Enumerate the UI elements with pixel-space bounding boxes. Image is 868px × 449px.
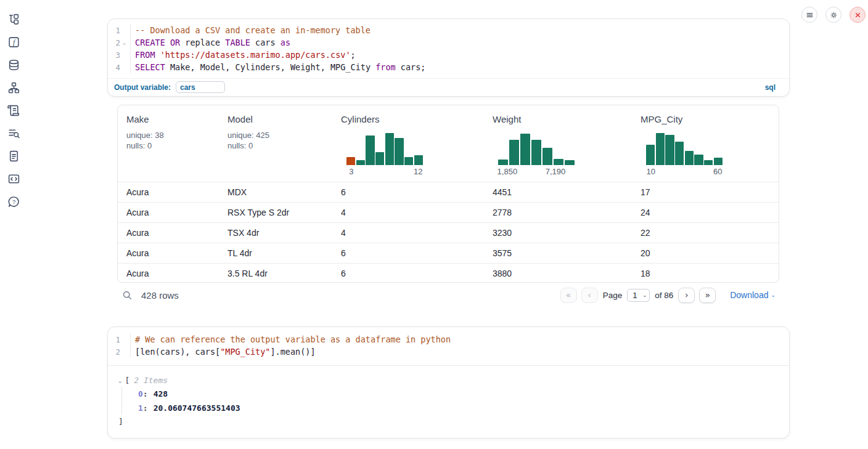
hist-bar[interactable] (646, 145, 655, 165)
code-line[interactable]: 1-- Download a CSV and create an in-memo… (108, 24, 789, 36)
column-title: Model (227, 114, 332, 124)
python-code-editor[interactable]: 1# We can reference the output variable … (108, 327, 789, 366)
code-token: SELECT (135, 62, 165, 72)
table-row[interactable]: AcuraTL 4dr6357520 (118, 243, 779, 263)
tree-children: 0:4281:20.060747663551403 (121, 387, 789, 415)
hist-bar[interactable] (385, 133, 394, 165)
sql-code-editor[interactable]: 1-- Download a CSV and create an in-memo… (108, 19, 789, 78)
file-tree-icon[interactable] (7, 13, 20, 26)
database-icon[interactable] (7, 59, 20, 71)
table-row[interactable]: Acura3.5 RL 4dr6388018 (118, 263, 779, 283)
column-header-cylinders[interactable]: Cylinders312 (332, 105, 484, 182)
column-header-weight[interactable]: Weight1,8507,190 (484, 105, 632, 182)
hist-bar[interactable] (542, 148, 552, 165)
tree-entry: 0:428 (138, 387, 789, 401)
table-cell: 20 (632, 248, 779, 258)
hist-bar[interactable] (665, 135, 674, 165)
hist-bar[interactable] (375, 152, 384, 165)
code-token: OR (170, 38, 180, 47)
dependency-graph-icon[interactable] (7, 81, 20, 94)
output-variable-input[interactable] (176, 81, 225, 93)
language-badge[interactable]: sql (765, 83, 776, 92)
column-title: Cylinders (341, 114, 484, 124)
code-token: CREATE (135, 38, 165, 47)
table-footer: 428 rows « ‹ Page 1 ⌄ of 86 › » Download… (117, 284, 779, 306)
tree-entry-colon: : (143, 389, 148, 398)
hist-bar[interactable] (346, 157, 355, 165)
line-number: 1 (108, 335, 120, 344)
settings-gear-icon[interactable] (825, 7, 841, 23)
hist-bar[interactable] (414, 155, 423, 165)
logs-icon[interactable] (7, 127, 20, 140)
table-header-row: Makeunique: 38nulls: 0Modelunique: 425nu… (118, 105, 779, 182)
hist-bar[interactable] (498, 160, 508, 165)
axis-tick-label: 60 (713, 167, 722, 176)
code-text: # We can reference the output variable a… (130, 333, 789, 346)
column-stats: unique: 425nulls: 0 (227, 131, 332, 151)
hist-bar[interactable] (656, 133, 665, 165)
hist-bar[interactable] (356, 160, 365, 165)
code-token: 'https://datasets.marimo.app/cars.csv' (160, 50, 351, 60)
collapse-chevron-icon[interactable]: ⌄ (118, 378, 121, 384)
page-select[interactable]: 1 ⌄ (627, 289, 650, 302)
column-header-make[interactable]: Makeunique: 38nulls: 0 (118, 105, 219, 182)
column-stat: unique: 425 (227, 131, 332, 141)
code-line[interactable]: 2[len(cars), cars["MPG_City"].mean()] (108, 346, 789, 358)
table-cell: 3575 (484, 248, 632, 258)
functions-icon[interactable]: f (7, 36, 20, 49)
axis-tick-label: 12 (414, 167, 422, 176)
table-row[interactable]: AcuraRSX Type S 2dr4277824 (118, 202, 779, 222)
close-bracket: ] (118, 417, 123, 426)
code-line[interactable]: 4SELECT Make, Model, Cylinders, Weight, … (108, 61, 789, 73)
scratchpad-icon[interactable] (7, 104, 20, 117)
code-token: # We can reference the output variable a… (135, 334, 451, 344)
hist-bar[interactable] (366, 136, 374, 165)
hist-bar[interactable] (675, 142, 684, 165)
table-row[interactable]: AcuraMDX6445117 (118, 182, 779, 202)
hist-bar[interactable] (565, 160, 575, 165)
help-icon[interactable]: ? (7, 195, 20, 208)
axis-tick-label: 3 (349, 167, 353, 176)
histogram-axis: 1,8507,190 (498, 165, 575, 176)
page-label: Page (603, 291, 623, 300)
hist-bar[interactable] (531, 140, 541, 165)
code-line[interactable]: 1# We can reference the output variable … (108, 333, 789, 346)
hist-bar[interactable] (714, 158, 723, 165)
hist-bar[interactable] (704, 160, 713, 165)
search-icon[interactable] (122, 290, 133, 301)
table-cell: 4451 (484, 187, 632, 197)
hist-bar[interactable] (509, 140, 519, 165)
column-header-model[interactable]: Modelunique: 425nulls: 0 (219, 105, 332, 182)
svg-text:f: f (12, 39, 15, 47)
page-select-value: 1 (633, 291, 637, 300)
documentation-icon[interactable] (7, 150, 20, 163)
table-row[interactable]: AcuraTSX 4dr4323022 (118, 222, 779, 243)
hist-bar[interactable] (685, 151, 694, 165)
column-stat: nulls: 0 (126, 141, 219, 152)
hist-bar[interactable] (395, 138, 403, 165)
hist-bar[interactable] (554, 159, 563, 165)
first-page-button[interactable]: « (560, 288, 577, 303)
shutdown-close-icon[interactable] (850, 7, 866, 23)
page-total-label: of 86 (655, 291, 673, 300)
table-cell: 4 (332, 228, 484, 238)
download-button[interactable]: Download ⌄ (730, 290, 776, 300)
code-line[interactable]: 3FROM 'https://datasets.marimo.app/cars.… (108, 49, 789, 61)
hist-bar[interactable] (404, 157, 413, 165)
histogram-cylinders (346, 129, 423, 165)
menu-icon[interactable] (801, 7, 817, 23)
chevron-down-icon: ⌄ (642, 293, 647, 298)
next-page-button[interactable]: › (678, 288, 695, 303)
snippets-icon[interactable] (7, 172, 20, 185)
hist-bar[interactable] (520, 134, 530, 165)
last-page-button[interactable]: » (699, 288, 716, 303)
column-title: MPG_City (641, 114, 779, 124)
hist-bar[interactable] (694, 155, 703, 165)
prev-page-button[interactable]: ‹ (581, 288, 598, 303)
fold-chevron-icon[interactable]: ⌄ (120, 39, 128, 46)
line-number: 2 (108, 38, 120, 47)
tree-entry-value: 428 (154, 389, 168, 398)
code-line[interactable]: 2⌄CREATE OR replace TABLE cars as (108, 36, 789, 49)
column-title: Weight (493, 114, 632, 124)
column-header-mpg_city[interactable]: MPG_City1060 (632, 105, 779, 182)
